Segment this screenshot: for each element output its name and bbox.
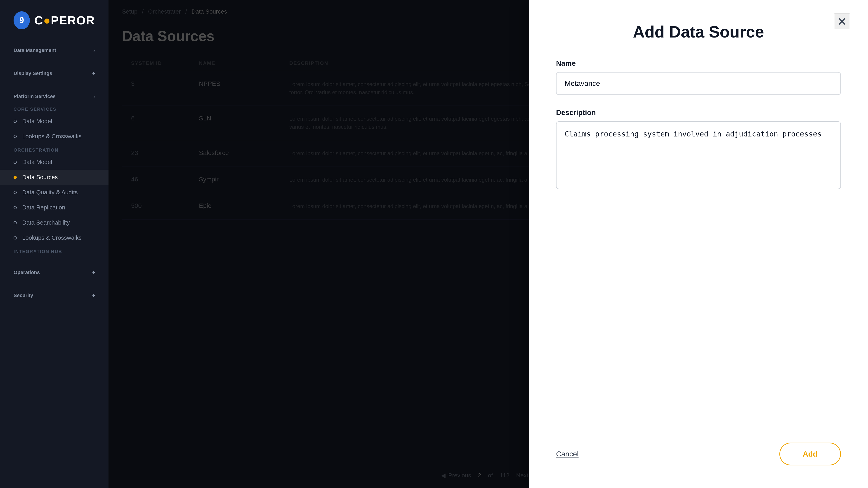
sidebar-section-platform-services: Platform Services › CORE SERVICES Data M… <box>0 85 108 260</box>
name-label: Name <box>556 59 841 68</box>
logo-co: C <box>34 14 43 27</box>
modal-title: Add Data Source <box>556 23 841 41</box>
chevron-right-icon-security: + <box>92 293 95 298</box>
description-field: Description <box>556 108 841 190</box>
chevron-right-icon-operations: + <box>92 270 95 275</box>
sidebar-section-label-data-management: Data Management <box>13 47 56 53</box>
sidebar-section-title-display-settings[interactable]: Display Settings + <box>0 66 108 80</box>
dot-icon-orch-lookups <box>13 236 17 239</box>
sidebar-section-operations: Operations + <box>0 260 108 284</box>
sidebar-item-orch-data-sources[interactable]: Data Sources <box>0 170 108 185</box>
sidebar-item-label-core-lookups: Lookups & Crosswalks <box>22 133 82 140</box>
cancel-button[interactable]: Cancel <box>556 450 579 458</box>
sidebar-section-data-management: Data Management › <box>0 38 108 61</box>
sidebar-item-orch-data-quality[interactable]: Data Quality & Audits <box>0 185 108 200</box>
integration-hub-label: INTEGRATION HUB <box>0 246 108 256</box>
logo-dot: ● <box>43 14 51 27</box>
sidebar-item-label-core-data-model: Data Model <box>22 118 52 125</box>
sidebar-item-label-orch-data-replication: Data Replication <box>22 204 65 211</box>
sidebar-section-title-data-management[interactable]: Data Management › <box>0 43 108 57</box>
sidebar-section-security: Security + <box>0 284 108 306</box>
sidebar-item-label-orch-data-searchability: Data Searchability <box>22 219 70 226</box>
logo-badge-letter: 9 <box>20 15 24 25</box>
sidebar: 9 C●PEROR Data Management › Display Sett… <box>0 0 108 488</box>
sidebar-item-orch-data-searchability[interactable]: Data Searchability <box>0 215 108 230</box>
description-label: Description <box>556 108 841 117</box>
sidebar-item-orch-data-replication[interactable]: Data Replication <box>0 200 108 215</box>
modal-close-button[interactable] <box>834 13 850 29</box>
description-textarea[interactable] <box>556 121 841 189</box>
name-field: Name <box>556 59 841 95</box>
add-data-source-modal: Add Data Source Name Description Cancel … <box>529 0 868 488</box>
sidebar-item-label-orch-data-model: Data Model <box>22 159 52 166</box>
sidebar-section-display-settings: Display Settings + <box>0 61 108 85</box>
logo-text: C●PEROR <box>34 13 95 27</box>
sidebar-section-label-platform-services: Platform Services <box>13 94 56 99</box>
logo-badge: 9 <box>13 11 30 29</box>
logo-suffix: PEROR <box>51 14 95 27</box>
sidebar-item-label-orch-data-quality: Data Quality & Audits <box>22 189 78 196</box>
close-icon <box>836 16 848 27</box>
sidebar-section-title-platform-services[interactable]: Platform Services › <box>0 89 108 103</box>
sidebar-item-core-lookups[interactable]: Lookups & Crosswalks <box>0 129 108 144</box>
modal-footer: Cancel Add <box>556 429 841 465</box>
dot-icon-core-data-model <box>13 120 17 123</box>
sidebar-item-core-data-model[interactable]: Data Model <box>0 113 108 129</box>
sidebar-item-orch-data-model[interactable]: Data Model <box>0 155 108 170</box>
name-input[interactable] <box>556 72 841 95</box>
logo-area: 9 C●PEROR <box>0 0 108 38</box>
add-button[interactable]: Add <box>779 443 841 465</box>
sidebar-section-label-display-settings: Display Settings <box>13 70 52 76</box>
orchestration-label: ORCHESTRATION <box>0 144 108 155</box>
sidebar-section-label-operations: Operations <box>13 269 40 275</box>
chevron-down-icon-platform: › <box>93 94 95 99</box>
sidebar-section-title-security[interactable]: Security + <box>0 288 108 302</box>
dot-icon-orch-data-replication <box>13 206 17 209</box>
dot-icon-core-lookups <box>13 135 17 138</box>
sidebar-item-label-orch-data-sources: Data Sources <box>22 174 58 181</box>
chevron-down-icon: › <box>93 48 95 53</box>
sidebar-item-label-orch-lookups: Lookups & Crosswalks <box>22 234 82 241</box>
chevron-right-icon: + <box>92 71 95 76</box>
sidebar-section-title-operations[interactable]: Operations + <box>0 265 108 279</box>
dot-icon-orch-data-sources <box>13 176 17 179</box>
sidebar-item-orch-lookups[interactable]: Lookups & Crosswalks <box>0 230 108 246</box>
dot-icon-orch-data-searchability <box>13 221 17 224</box>
core-services-label: CORE SERVICES <box>0 103 108 113</box>
sidebar-section-label-security: Security <box>13 293 33 298</box>
dot-icon-orch-data-model <box>13 161 17 164</box>
dot-icon-orch-data-quality <box>13 191 17 194</box>
